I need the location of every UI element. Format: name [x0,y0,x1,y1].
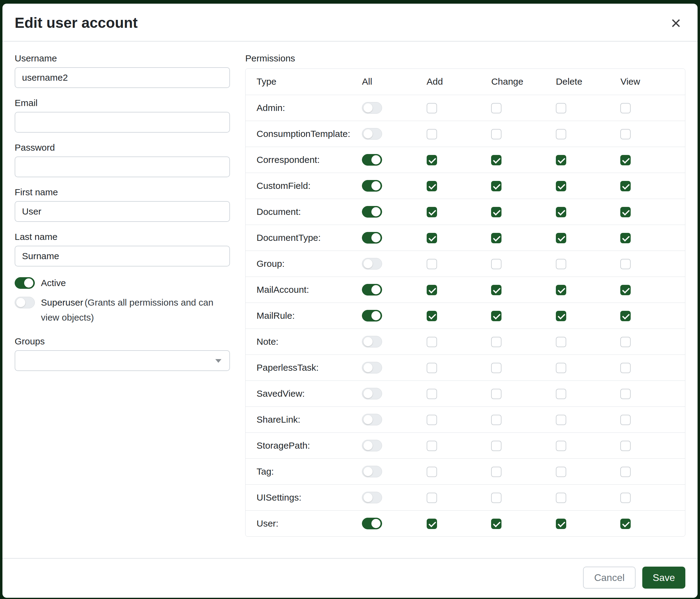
first-name-field[interactable] [15,201,230,222]
permission-view-checkbox[interactable] [620,441,631,451]
permission-all-toggle[interactable] [362,258,382,269]
permission-change-checkbox[interactable] [491,467,501,477]
permission-all-toggle[interactable] [362,518,382,529]
permission-all-toggle[interactable] [362,414,382,425]
permission-delete-checkbox[interactable] [556,519,566,529]
toggle-knob [364,415,373,424]
permission-all-toggle[interactable] [362,310,382,321]
permission-view-checkbox[interactable] [620,259,631,269]
permission-change-checkbox[interactable] [491,389,501,399]
permission-change-checkbox[interactable] [491,233,501,243]
permission-add-checkbox[interactable] [427,207,437,217]
permission-view-checkbox[interactable] [620,181,631,191]
permission-change-checkbox[interactable] [491,259,501,269]
permission-view-checkbox[interactable] [620,311,631,321]
permission-view-checkbox[interactable] [620,285,631,295]
permission-change-checkbox[interactable] [491,311,501,321]
permission-all-toggle[interactable] [362,180,382,192]
permission-view-checkbox[interactable] [620,155,631,165]
permission-view-checkbox[interactable] [620,233,631,243]
cancel-button[interactable]: Cancel [583,567,635,589]
permission-add-checkbox[interactable] [427,233,437,243]
permission-type-label: Document: [246,199,362,224]
superuser-toggle[interactable] [15,297,35,308]
permission-delete-checkbox[interactable] [556,207,566,217]
permission-view-checkbox[interactable] [620,337,631,347]
password-field[interactable] [15,157,230,177]
permission-row: MailAccount: [246,277,685,303]
permission-delete-checkbox[interactable] [556,363,566,373]
permission-all-toggle[interactable] [362,284,382,295]
last-name-field[interactable] [15,246,230,266]
permission-add-checkbox[interactable] [427,441,437,451]
permission-all-toggle[interactable] [362,232,382,244]
permission-change-checkbox[interactable] [491,285,501,295]
save-button[interactable]: Save [642,567,685,589]
permission-delete-checkbox[interactable] [556,233,566,243]
permission-add-checkbox[interactable] [427,389,437,399]
permission-view-checkbox[interactable] [620,363,631,373]
permission-add-checkbox[interactable] [427,519,437,529]
permission-delete-checkbox[interactable] [556,337,566,347]
permission-delete-checkbox[interactable] [556,285,566,295]
permission-delete-checkbox[interactable] [556,181,566,191]
permission-view-checkbox[interactable] [620,467,631,477]
permission-add-checkbox[interactable] [427,103,437,113]
permission-delete-checkbox[interactable] [556,493,566,503]
permission-delete-checkbox[interactable] [556,259,566,269]
permission-delete-checkbox[interactable] [556,415,566,425]
permission-change-checkbox[interactable] [491,493,501,503]
permission-all-toggle[interactable] [362,206,382,218]
permission-all-toggle[interactable] [362,154,382,166]
permission-view-checkbox[interactable] [620,415,631,425]
permission-change-checkbox[interactable] [491,415,501,425]
email-field[interactable] [15,112,230,133]
close-icon[interactable]: × [669,14,683,32]
permission-delete-checkbox[interactable] [556,441,566,451]
permission-view-checkbox[interactable] [620,103,631,113]
permission-change-checkbox[interactable] [491,441,501,451]
permission-change-checkbox[interactable] [491,207,501,217]
permission-all-toggle[interactable] [362,492,382,503]
permission-view-checkbox[interactable] [620,519,631,529]
permission-change-checkbox[interactable] [491,519,501,529]
permission-all-toggle[interactable] [362,362,382,374]
groups-select[interactable] [15,350,230,371]
permission-add-checkbox[interactable] [427,129,437,139]
permission-change-checkbox[interactable] [491,363,501,373]
permission-add-checkbox[interactable] [427,285,437,295]
permission-all-toggle[interactable] [362,102,382,114]
permission-view-checkbox[interactable] [620,129,631,139]
permission-add-checkbox[interactable] [427,337,437,347]
permission-add-checkbox[interactable] [427,259,437,269]
permission-delete-checkbox[interactable] [556,311,566,321]
permission-change-checkbox[interactable] [491,155,501,165]
permission-delete-checkbox[interactable] [556,389,566,399]
permission-add-checkbox[interactable] [427,493,437,503]
permission-delete-checkbox[interactable] [556,129,566,139]
permission-add-checkbox[interactable] [427,363,437,373]
permission-add-checkbox[interactable] [427,467,437,477]
permission-all-toggle[interactable] [362,466,382,477]
permission-view-checkbox[interactable] [620,389,631,399]
permission-delete-checkbox[interactable] [556,467,566,477]
permission-all-toggle[interactable] [362,128,382,140]
permission-all-toggle[interactable] [362,440,382,451]
permission-view-checkbox[interactable] [620,207,631,217]
permission-change-checkbox[interactable] [491,103,501,113]
active-toggle[interactable] [15,277,35,289]
last-name-group: Last name [15,232,230,266]
permission-add-checkbox[interactable] [427,155,437,165]
permission-add-checkbox[interactable] [427,415,437,425]
permission-change-checkbox[interactable] [491,337,501,347]
permission-delete-checkbox[interactable] [556,103,566,113]
permission-view-checkbox[interactable] [620,493,631,503]
permission-delete-checkbox[interactable] [556,155,566,165]
permission-add-checkbox[interactable] [427,311,437,321]
permission-all-toggle[interactable] [362,388,382,400]
username-input[interactable] [15,67,230,88]
permission-all-toggle[interactable] [362,336,382,348]
permission-add-checkbox[interactable] [427,181,437,191]
permission-change-checkbox[interactable] [491,129,501,139]
permission-change-checkbox[interactable] [491,181,501,191]
